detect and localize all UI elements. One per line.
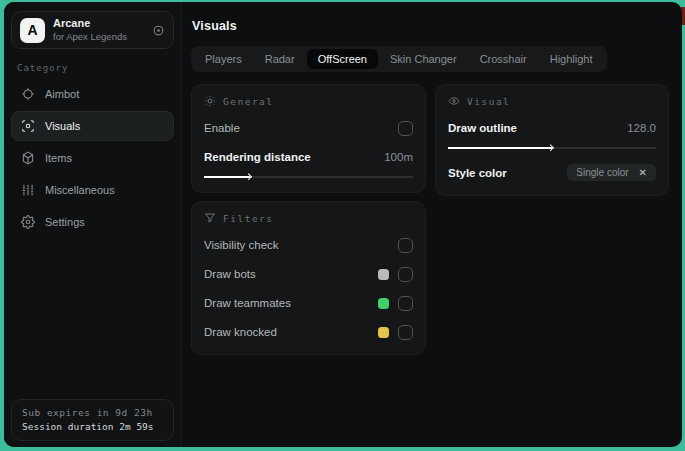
subscription-card: Sub expires in 9d 23h Session duration 2… xyxy=(11,399,174,441)
sidebar-item-label: Visuals xyxy=(45,120,80,132)
sidebar-item-settings[interactable]: Settings xyxy=(11,207,174,237)
sidebar-item-miscellaneous[interactable]: Miscellaneous xyxy=(11,175,174,205)
sidebar-item-label: Settings xyxy=(45,216,85,228)
rendering-distance-label: Rendering distance xyxy=(204,151,311,163)
category-label: Category xyxy=(17,63,174,73)
draw-bots-checkbox[interactable] xyxy=(398,267,413,282)
rendering-distance-slider[interactable] xyxy=(204,176,413,178)
tab-radar[interactable]: Radar xyxy=(254,49,306,69)
tab-crosshair[interactable]: Crosshair xyxy=(469,49,538,69)
close-icon[interactable]: ✕ xyxy=(639,168,647,178)
package-icon xyxy=(21,151,35,165)
draw-knocked-label: Draw knocked xyxy=(204,326,277,338)
slider-fill xyxy=(448,147,552,149)
style-color-label: Style color xyxy=(448,167,507,179)
panel-filters: Filters Visibility check Draw bots xyxy=(191,201,426,355)
slider-handle[interactable] xyxy=(245,173,252,180)
session-duration-text: Session duration 2m 59s xyxy=(22,421,163,432)
tab-players[interactable]: Players xyxy=(194,49,253,69)
draw-teammates-checkbox[interactable] xyxy=(398,296,413,311)
visibility-check-checkbox[interactable] xyxy=(398,238,413,253)
scan-eye-icon xyxy=(21,119,35,133)
sidebar-item-label: Aimbot xyxy=(45,88,79,100)
sliders-icon xyxy=(21,183,35,197)
brand-subtitle: for Apex Legends xyxy=(53,31,144,43)
panel-visual: Visual Draw outline 128.0 Style color xyxy=(435,84,669,196)
funnel-icon xyxy=(204,212,216,224)
slider-handle[interactable] xyxy=(547,144,554,151)
style-color-select[interactable]: Single color ✕ xyxy=(567,164,656,181)
draw-knocked-color-swatch[interactable] xyxy=(378,327,389,338)
tab-bar: Players Radar OffScreen Skin Changer Cro… xyxy=(191,46,607,72)
page-title: Visuals xyxy=(192,19,669,33)
sidebar-item-items[interactable]: Items xyxy=(11,143,174,173)
target-badge-icon[interactable] xyxy=(152,24,165,37)
panel-visual-title: Visual xyxy=(467,96,510,107)
crosshair-icon xyxy=(21,87,35,101)
brand-text: Arcane for Apex Legends xyxy=(53,17,144,43)
enable-checkbox[interactable] xyxy=(398,121,413,136)
sidebar-item-visuals[interactable]: Visuals xyxy=(11,111,174,141)
draw-knocked-checkbox[interactable] xyxy=(398,325,413,340)
gear-icon xyxy=(21,215,35,229)
app-window: A Arcane for Apex Legends Category Aimbo… xyxy=(4,2,682,447)
brand-title: Arcane xyxy=(53,17,144,31)
rendering-distance-value: 100m xyxy=(384,151,413,163)
draw-outline-value: 128.0 xyxy=(627,122,656,134)
tab-offscreen[interactable]: OffScreen xyxy=(307,49,378,69)
sidebar: A Arcane for Apex Legends Category Aimbo… xyxy=(4,2,182,447)
draw-bots-color-swatch[interactable] xyxy=(378,269,389,280)
main-content: Visuals Players Radar OffScreen Skin Cha… xyxy=(182,2,682,447)
visibility-check-label: Visibility check xyxy=(204,239,279,251)
sun-icon xyxy=(204,95,216,107)
brand-card: A Arcane for Apex Legends xyxy=(11,11,174,49)
sidebar-item-label: Items xyxy=(45,152,72,164)
sidebar-item-aimbot[interactable]: Aimbot xyxy=(11,79,174,109)
sidebar-nav: Aimbot Visuals Items xyxy=(11,79,174,237)
draw-teammates-label: Draw teammates xyxy=(204,297,291,309)
panel-general-title: General xyxy=(223,96,274,107)
slider-fill xyxy=(204,176,250,178)
panel-general: General Enable Rendering distance 100m xyxy=(191,84,426,193)
tab-skin-changer[interactable]: Skin Changer xyxy=(379,49,468,69)
panel-filters-title: Filters xyxy=(223,213,274,224)
sidebar-item-label: Miscellaneous xyxy=(45,184,115,196)
draw-outline-slider[interactable] xyxy=(448,147,656,149)
eye-icon xyxy=(448,95,460,107)
draw-bots-label: Draw bots xyxy=(204,268,256,280)
enable-label: Enable xyxy=(204,122,240,134)
draw-teammates-color-swatch[interactable] xyxy=(378,298,389,309)
draw-outline-label: Draw outline xyxy=(448,122,517,134)
style-color-value: Single color xyxy=(576,167,628,178)
tab-highlight[interactable]: Highlight xyxy=(539,49,604,69)
app-logo: A xyxy=(20,18,45,43)
sub-expiry-text: Sub expires in 9d 23h xyxy=(22,407,163,418)
